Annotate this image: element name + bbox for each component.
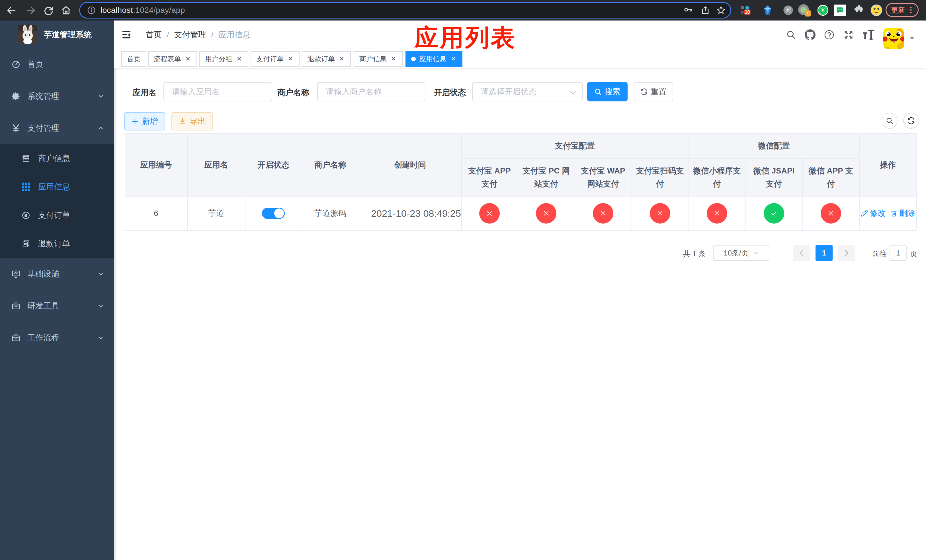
svg-text:1: 1 <box>806 11 809 17</box>
svg-text:⌘: ⌘ <box>785 6 791 14</box>
svg-text:10: 10 <box>745 10 750 15</box>
